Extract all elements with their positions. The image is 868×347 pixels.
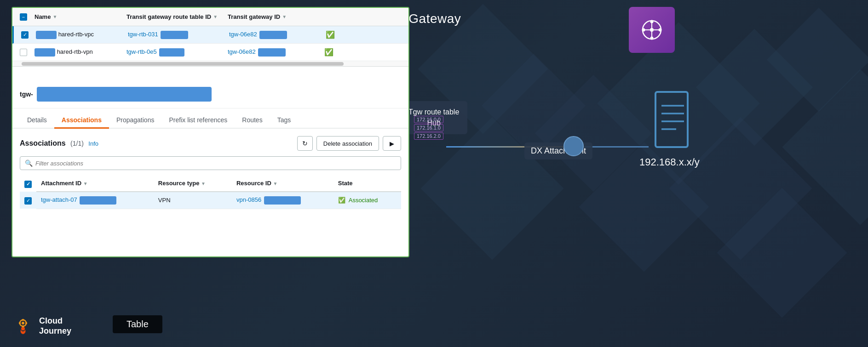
svg-point-17 xyxy=(22,322,24,324)
header-checkbox-cell: − xyxy=(16,13,31,21)
top-table-body: ✓ hared-rtb-vpc tgw-rtb-031 tgw-06e82 ✅ xyxy=(12,26,408,61)
document-icon xyxy=(653,90,692,149)
assoc-col-resource-id: Resource ID ▼ xyxy=(232,176,333,192)
ip-range-label: 192.168.x.x/y xyxy=(639,156,700,168)
associations-section: Associations (1/1) Info ↻ Delete associa… xyxy=(12,129,408,216)
svg-point-5 xyxy=(659,28,662,32)
create-association-button[interactable]: ▶ xyxy=(383,136,401,151)
associations-title: Associations xyxy=(20,139,66,147)
tgw-id-value-redacted xyxy=(37,87,212,102)
tgw-id-label: tgw- xyxy=(20,91,33,98)
assoc-table-header-row: ✓ Attachment ID ▼ Resource type ▼ Resour… xyxy=(20,176,401,192)
resource-id-sort-icon[interactable]: ▼ xyxy=(273,181,277,186)
connection-line-right xyxy=(584,146,649,148)
svg-rect-19 xyxy=(22,319,24,321)
assoc-row1-resource-type: VPN xyxy=(154,192,232,209)
name-sort-icon[interactable]: ▼ xyxy=(52,14,57,19)
svg-point-4 xyxy=(642,28,645,32)
tgw-sort-icon[interactable]: ▼ xyxy=(282,14,287,19)
assoc-row1-checkbox-cell[interactable]: ✓ xyxy=(20,192,36,209)
assoc-col-state: State xyxy=(333,176,401,192)
status-ok-icon-2: ✅ xyxy=(324,48,333,56)
assoc-row1-state: ✅ Associated xyxy=(333,192,401,209)
assoc-header-checkbox[interactable]: ✓ xyxy=(24,181,32,188)
console-panel: − Name ▼ Transit gateway route table ID … xyxy=(11,7,409,257)
scrollbar-area[interactable] xyxy=(12,61,408,67)
row1-state: ✅ xyxy=(322,30,405,39)
attachment-sort-icon[interactable]: ▼ xyxy=(83,181,88,186)
tgw-id-row: tgw- xyxy=(12,80,408,108)
col-header-name: Name ▼ xyxy=(31,13,123,20)
header-checkbox[interactable]: − xyxy=(20,13,27,21)
ip-label-3: 172.16.2.0 xyxy=(414,132,443,140)
tab-associations[interactable]: Associations xyxy=(54,113,109,129)
tgw-icon-box xyxy=(629,7,675,53)
row1-name: hared-rtb-vpc xyxy=(32,31,124,39)
row1-checkbox[interactable]: ✓ xyxy=(17,31,32,39)
scrollbar-thumb[interactable] xyxy=(22,62,344,66)
row2-rtb[interactable]: tgw-rtb-0e5 xyxy=(123,48,224,57)
row1-tgw[interactable]: tgw-06e82 xyxy=(225,31,322,39)
associations-info[interactable]: Info xyxy=(88,140,98,147)
checkbox-unchecked[interactable] xyxy=(20,49,27,56)
assoc-row1-checkbox[interactable]: ✓ xyxy=(24,197,32,205)
row2-checkbox[interactable] xyxy=(16,49,31,56)
delete-association-button[interactable]: Delete association xyxy=(316,136,379,151)
tab-details[interactable]: Details xyxy=(20,113,54,129)
top-table-header: − Name ▼ Transit gateway route table ID … xyxy=(12,8,408,26)
row1-rtb[interactable]: tgw-rtb-031 xyxy=(124,31,225,39)
table-row[interactable]: hared-rtb-vpn tgw-rtb-0e5 tgw-06e82 ✅ xyxy=(12,44,408,61)
associations-title-group: Associations (1/1) Info xyxy=(20,139,98,148)
rtb-sort-icon[interactable]: ▼ xyxy=(213,14,218,19)
svg-point-1 xyxy=(650,28,654,32)
associations-actions: ↻ Delete association ▶ xyxy=(297,136,401,151)
row2-tgw[interactable]: tgw-06e82 xyxy=(224,48,321,57)
table-label: Table xyxy=(113,315,162,333)
svg-rect-21 xyxy=(19,322,21,324)
ip-labels-group: 172.16.0.0 172.16.1.0 172.16.2.0 xyxy=(414,116,443,140)
svg-rect-11 xyxy=(655,92,688,147)
svg-point-2 xyxy=(650,20,654,23)
associations-count: (1/1) xyxy=(70,140,84,147)
row2-state: ✅ xyxy=(321,48,405,57)
search-icon: 🔍 xyxy=(25,159,33,167)
table-row[interactable]: ✓ hared-rtb-vpc tgw-rtb-031 tgw-06e82 ✅ xyxy=(12,26,408,44)
ip-label-2: 172.16.1.0 xyxy=(414,124,443,131)
associations-header: Associations (1/1) Info ↻ Delete associa… xyxy=(20,136,401,151)
cloud-journey-logo-icon xyxy=(11,315,34,338)
tgw-network-icon xyxy=(638,16,666,44)
assoc-row1-attachment-id[interactable]: tgw-attach-07 xyxy=(36,192,154,209)
tabs-row: Details Associations Propagations Prefix… xyxy=(12,108,408,129)
panel-spacer xyxy=(12,67,408,80)
assoc-col-resource-type: Resource type ▼ xyxy=(154,176,232,192)
status-ok-icon: ✅ xyxy=(326,31,335,39)
svg-rect-20 xyxy=(22,325,24,327)
resource-type-sort-icon[interactable]: ▼ xyxy=(201,181,206,186)
col-header-rtb: Transit gateway route table ID ▼ xyxy=(123,13,224,20)
svg-rect-22 xyxy=(25,322,27,324)
tab-propagations[interactable]: Propagations xyxy=(109,113,162,129)
branding-text: Cloud Journey xyxy=(39,316,71,336)
svg-point-3 xyxy=(650,37,654,40)
assoc-header-checkbox-cell: ✓ xyxy=(20,176,36,192)
tab-prefix-list[interactable]: Prefix list references xyxy=(161,113,235,129)
associations-table: ✓ Attachment ID ▼ Resource type ▼ Resour… xyxy=(20,176,401,209)
tab-tags[interactable]: Tags xyxy=(270,113,299,129)
center-network-node xyxy=(563,136,584,156)
assoc-state-icon: ✅ xyxy=(338,197,345,204)
refresh-button[interactable]: ↻ xyxy=(297,136,313,151)
svg-point-18 xyxy=(21,327,25,330)
assoc-row1-resource-id[interactable]: vpn-0856 xyxy=(232,192,333,209)
filter-associations-input[interactable] xyxy=(35,160,396,167)
search-box: 🔍 xyxy=(20,156,401,170)
ip-label-1: 172.16.0.0 xyxy=(414,116,443,123)
col-header-tgw: Transit gateway ID ▼ xyxy=(224,13,321,20)
assoc-state-badge: ✅ Associated xyxy=(338,197,378,204)
assoc-table-row[interactable]: ✓ tgw-attach-07 VPN vpn-0856 ✅ As xyxy=(20,192,401,209)
tab-routes[interactable]: Routes xyxy=(235,113,270,129)
assoc-col-attachment-id: Attachment ID ▼ xyxy=(36,176,154,192)
branding-section: Cloud Journey xyxy=(11,315,71,338)
row2-name: hared-rtb-vpn xyxy=(31,48,123,57)
checkbox-checked[interactable]: ✓ xyxy=(21,31,29,39)
